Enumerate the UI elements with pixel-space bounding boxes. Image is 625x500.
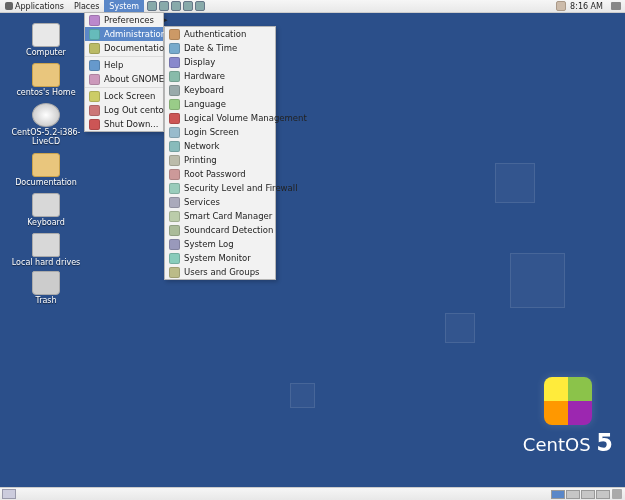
applications-menu[interactable]: Applications <box>0 0 69 12</box>
help-icon <box>89 60 100 71</box>
system-dropdown-menu: Preferences▸ Administration▸ Documentati… <box>84 12 164 132</box>
keyboard-desktop-icon[interactable]: Keyboard <box>8 193 84 228</box>
printer-launcher[interactable] <box>195 1 205 11</box>
places-menu[interactable]: Places <box>69 0 104 12</box>
admin-keyboard-item[interactable]: Keyboard <box>165 83 275 97</box>
menu-item-label: Logical Volume Management <box>184 113 307 123</box>
home-folder-icon[interactable]: centos's Home <box>8 63 84 98</box>
workspace-2[interactable] <box>566 490 580 499</box>
language-icon <box>169 99 180 110</box>
shutdown-item[interactable]: Shut Down... <box>85 117 163 131</box>
menu-item-label: Language <box>184 99 226 109</box>
editor-launcher[interactable] <box>183 1 193 11</box>
panel-trash-icon[interactable] <box>612 489 622 499</box>
help-item[interactable]: Help <box>85 58 163 72</box>
menu-item-label: Root Password <box>184 169 246 179</box>
centos-logo: CentOS 5 <box>523 377 613 457</box>
workspace-4[interactable] <box>596 490 610 499</box>
menu-item-label: Soundcard Detection <box>184 225 273 235</box>
admin-language-item[interactable]: Language <box>165 97 275 111</box>
admin-logical-volume-management-item[interactable]: Logical Volume Management <box>165 111 275 125</box>
admin-system-monitor-item[interactable]: System Monitor <box>165 251 275 265</box>
admin-services-item[interactable]: Services <box>165 195 275 209</box>
firewall-icon <box>169 183 180 194</box>
logout-item[interactable]: Log Out centos... <box>85 103 163 117</box>
admin-root-password-item[interactable]: Root Password <box>165 167 275 181</box>
documentation-icon[interactable]: Documentation <box>8 153 84 188</box>
clock[interactable]: 8:16 AM <box>566 2 607 11</box>
cd-icon <box>32 103 60 127</box>
menu-item-label: System Log <box>184 239 234 249</box>
computer-glyph-icon <box>32 23 60 47</box>
admin-display-item[interactable]: Display <box>165 55 275 69</box>
menu-item-label: Users and Groups <box>184 267 260 277</box>
email-launcher[interactable] <box>159 1 169 11</box>
admin-authentication-item[interactable]: Authentication <box>165 27 275 41</box>
lock-screen-item[interactable]: Lock Screen <box>85 89 163 103</box>
root-password-icon <box>169 169 180 180</box>
admin-login-screen-item[interactable]: Login Screen <box>165 125 275 139</box>
smartcard-icon <box>169 211 180 222</box>
folder-icon <box>32 153 60 177</box>
admin-soundcard-detection-item[interactable]: Soundcard Detection <box>165 223 275 237</box>
home-label: centos's Home <box>8 89 84 98</box>
menu-item-label: Security Level and Firewall <box>184 183 298 193</box>
admin-printing-item[interactable]: Printing <box>165 153 275 167</box>
date-time-icon <box>169 43 180 54</box>
services-icon <box>169 197 180 208</box>
sysmon-icon <box>169 253 180 264</box>
trash-glyph-icon <box>32 271 60 295</box>
system-menu[interactable]: System <box>104 0 144 12</box>
users-icon <box>169 267 180 278</box>
menu-item-label: Services <box>184 197 220 207</box>
apps-icon <box>5 2 13 10</box>
menu-item-label: Network <box>184 141 220 151</box>
documentation-icon <box>89 43 100 54</box>
administration-icon <box>89 29 100 40</box>
admin-users-and-groups-item[interactable]: Users and Groups <box>165 265 275 279</box>
menu-item-label: Authentication <box>184 29 246 39</box>
update-notifier-icon[interactable] <box>556 1 566 11</box>
preferences-item[interactable]: Preferences▸ <box>85 13 163 27</box>
soundcard-icon <box>169 225 180 236</box>
documentation-label: Documentation <box>8 179 84 188</box>
admin-network-item[interactable]: Network <box>165 139 275 153</box>
admin-date-time-item[interactable]: Date & Time <box>165 41 275 55</box>
workspace-1[interactable] <box>551 490 565 499</box>
volume-icon[interactable] <box>611 2 621 10</box>
display-icon <box>169 57 180 68</box>
browser-launcher[interactable] <box>147 1 157 11</box>
trash-label: Trash <box>8 297 84 306</box>
livecd-label: CentOS-5.2-i386-LiveCD <box>8 129 84 147</box>
workspace-3[interactable] <box>581 490 595 499</box>
documentation-item[interactable]: Documentation▸ <box>85 41 163 55</box>
about-gnome-item[interactable]: About GNOME <box>85 72 163 86</box>
administration-submenu: AuthenticationDate & TimeDisplayHardware… <box>164 26 276 280</box>
local-drives-icon[interactable]: Local hard drives <box>8 233 84 268</box>
administration-item[interactable]: Administration▸ <box>85 27 163 41</box>
folder-icon <box>32 63 60 87</box>
livecd-icon[interactable]: CentOS-5.2-i386-LiveCD <box>8 103 84 147</box>
drives-label: Local hard drives <box>8 259 84 268</box>
show-desktop-button[interactable] <box>2 489 16 499</box>
trash-icon[interactable]: Trash <box>8 271 84 306</box>
menu-item-label: Login Screen <box>184 127 239 137</box>
workspace-switcher[interactable] <box>551 490 610 499</box>
menu-item-label: Hardware <box>184 71 225 81</box>
bottom-panel <box>0 487 625 500</box>
admin-smart-card-manager-item[interactable]: Smart Card Manager <box>165 209 275 223</box>
menu-item-label: Display <box>184 57 215 67</box>
lock-icon <box>89 91 100 102</box>
admin-security-level-and-firewall-item[interactable]: Security Level and Firewall <box>165 181 275 195</box>
auth-icon <box>169 29 180 40</box>
admin-system-log-item[interactable]: System Log <box>165 237 275 251</box>
admin-hardware-item[interactable]: Hardware <box>165 69 275 83</box>
computer-icon[interactable]: Computer <box>8 23 84 58</box>
keyboard-label: Keyboard <box>8 219 84 228</box>
logout-icon <box>89 105 100 116</box>
menu-item-label: Date & Time <box>184 43 237 53</box>
network-icon <box>169 141 180 152</box>
terminal-launcher[interactable] <box>171 1 181 11</box>
drive-icon <box>32 233 60 257</box>
keyboard-glyph-icon <box>32 193 60 217</box>
